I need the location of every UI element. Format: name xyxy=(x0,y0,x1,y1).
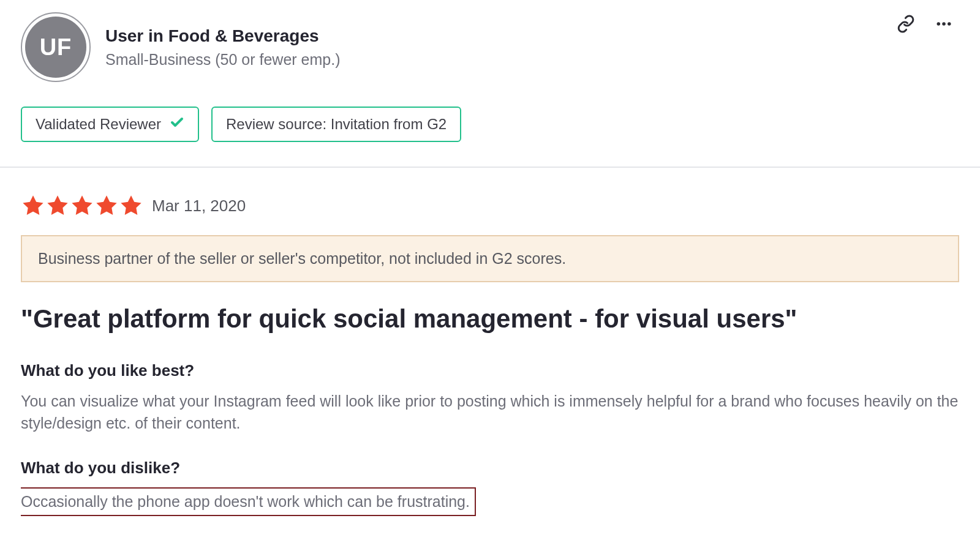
header-actions xyxy=(897,12,959,33)
dislike-answer-wrapper: Occasionally the phone app doesn't work … xyxy=(21,487,959,516)
validated-reviewer-label: Validated Reviewer xyxy=(36,116,161,133)
review-body: Mar 11, 2020 Business partner of the sel… xyxy=(21,168,959,516)
review-title: "Great platform for quick social managem… xyxy=(21,303,959,335)
svg-marker-3 xyxy=(23,195,43,215)
user-company-size: Small-Business (50 or fewer emp.) xyxy=(105,51,340,69)
star-icon xyxy=(45,193,70,218)
svg-point-2 xyxy=(948,22,951,26)
star-icon xyxy=(94,193,119,218)
like-answer: You can visualize what your Instagram fe… xyxy=(21,390,959,435)
user-name: User in Food & Beverages xyxy=(105,26,340,46)
star-rating xyxy=(21,193,143,218)
dislike-question: What do you dislike? xyxy=(21,459,959,478)
svg-point-0 xyxy=(937,22,941,26)
svg-marker-6 xyxy=(96,195,116,215)
review-source-label: Review source: Invitation from G2 xyxy=(226,116,447,133)
like-question: What do you like best? xyxy=(21,361,959,380)
svg-marker-5 xyxy=(72,195,92,215)
review-source-badge[interactable]: Review source: Invitation from G2 xyxy=(211,107,461,142)
star-icon xyxy=(70,193,94,218)
svg-marker-4 xyxy=(47,195,67,215)
more-icon[interactable] xyxy=(935,15,953,33)
review-date: Mar 11, 2020 xyxy=(152,197,246,216)
link-icon[interactable] xyxy=(897,15,915,33)
svg-marker-7 xyxy=(121,195,141,215)
badges-row: Validated Reviewer Review source: Invita… xyxy=(21,107,959,167)
review-header: UF User in Food & Beverages Small-Busine… xyxy=(21,12,959,82)
svg-point-1 xyxy=(942,22,946,26)
avatar-initials: UF xyxy=(25,17,86,78)
validated-reviewer-badge[interactable]: Validated Reviewer xyxy=(21,107,199,142)
rating-row: Mar 11, 2020 xyxy=(21,193,959,218)
avatar: UF xyxy=(21,12,91,82)
star-icon xyxy=(119,193,143,218)
user-text: User in Food & Beverages Small-Business … xyxy=(105,26,340,69)
disclosure-notice: Business partner of the seller or seller… xyxy=(21,235,959,282)
check-icon xyxy=(170,115,184,133)
user-block: UF User in Food & Beverages Small-Busine… xyxy=(21,12,340,82)
dislike-answer: Occasionally the phone app doesn't work … xyxy=(21,487,476,516)
star-icon xyxy=(21,193,45,218)
